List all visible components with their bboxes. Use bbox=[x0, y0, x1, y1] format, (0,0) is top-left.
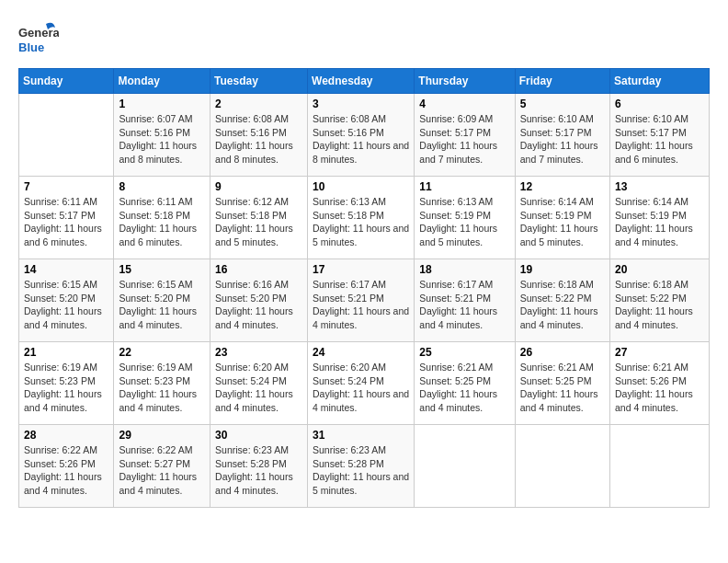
day-number: 17 bbox=[313, 263, 409, 276]
day-number: 25 bbox=[419, 346, 509, 359]
calendar-cell: 21Sunrise: 6:19 AMSunset: 5:23 PMDayligh… bbox=[19, 342, 114, 425]
day-number: 4 bbox=[419, 98, 509, 110]
day-number: 22 bbox=[119, 346, 205, 359]
calendar-cell: 16Sunrise: 6:16 AMSunset: 5:20 PMDayligh… bbox=[210, 259, 308, 342]
weekday-header: Tuesday bbox=[210, 69, 308, 94]
calendar-cell: 30Sunrise: 6:23 AMSunset: 5:28 PMDayligh… bbox=[210, 425, 308, 508]
day-info: Sunrise: 6:13 AMSunset: 5:19 PMDaylight:… bbox=[419, 195, 509, 249]
calendar-cell: 23Sunrise: 6:20 AMSunset: 5:24 PMDayligh… bbox=[210, 342, 308, 425]
day-number: 6 bbox=[615, 98, 704, 110]
calendar-cell: 17Sunrise: 6:17 AMSunset: 5:21 PMDayligh… bbox=[308, 259, 415, 342]
calendar-cell: 20Sunrise: 6:18 AMSunset: 5:22 PMDayligh… bbox=[610, 259, 710, 342]
calendar-cell: 8Sunrise: 6:11 AMSunset: 5:18 PMDaylight… bbox=[114, 177, 210, 259]
day-number: 30 bbox=[215, 429, 302, 442]
day-number: 3 bbox=[313, 98, 409, 110]
day-number: 11 bbox=[419, 180, 509, 193]
calendar-cell: 6Sunrise: 6:10 AMSunset: 5:17 PMDaylight… bbox=[610, 94, 710, 177]
calendar-cell: 29Sunrise: 6:22 AMSunset: 5:27 PMDayligh… bbox=[114, 425, 210, 508]
day-info: Sunrise: 6:09 AMSunset: 5:17 PMDaylight:… bbox=[419, 112, 509, 167]
day-info: Sunrise: 6:17 AMSunset: 5:21 PMDaylight:… bbox=[419, 278, 509, 332]
day-info: Sunrise: 6:16 AMSunset: 5:20 PMDaylight:… bbox=[215, 278, 302, 332]
day-info: Sunrise: 6:13 AMSunset: 5:18 PMDaylight:… bbox=[313, 195, 409, 249]
day-number: 5 bbox=[520, 98, 605, 110]
weekday-header: Friday bbox=[515, 69, 609, 94]
day-info: Sunrise: 6:23 AMSunset: 5:28 PMDaylight:… bbox=[215, 443, 302, 498]
page-header: General Blue bbox=[18, 18, 710, 59]
weekday-header: Monday bbox=[114, 69, 210, 94]
calendar-cell: 5Sunrise: 6:10 AMSunset: 5:17 PMDaylight… bbox=[515, 94, 609, 177]
day-number: 8 bbox=[119, 180, 205, 193]
day-number: 31 bbox=[313, 429, 409, 442]
calendar-cell bbox=[415, 425, 515, 508]
weekday-header: Sunday bbox=[19, 69, 114, 94]
calendar-cell: 26Sunrise: 6:21 AMSunset: 5:25 PMDayligh… bbox=[515, 342, 609, 425]
day-info: Sunrise: 6:20 AMSunset: 5:24 PMDaylight:… bbox=[215, 361, 302, 415]
day-info: Sunrise: 6:22 AMSunset: 5:26 PMDaylight:… bbox=[24, 443, 108, 498]
day-number: 2 bbox=[215, 98, 302, 110]
calendar-cell: 7Sunrise: 6:11 AMSunset: 5:17 PMDaylight… bbox=[19, 177, 114, 259]
calendar-cell: 10Sunrise: 6:13 AMSunset: 5:18 PMDayligh… bbox=[308, 177, 415, 259]
day-info: Sunrise: 6:15 AMSunset: 5:20 PMDaylight:… bbox=[24, 278, 108, 332]
calendar-cell: 25Sunrise: 6:21 AMSunset: 5:25 PMDayligh… bbox=[415, 342, 515, 425]
calendar-cell: 18Sunrise: 6:17 AMSunset: 5:21 PMDayligh… bbox=[415, 259, 515, 342]
calendar-cell: 12Sunrise: 6:14 AMSunset: 5:19 PMDayligh… bbox=[515, 177, 609, 259]
day-number: 7 bbox=[24, 180, 108, 193]
day-number: 26 bbox=[520, 346, 605, 359]
calendar-cell: 3Sunrise: 6:08 AMSunset: 5:16 PMDaylight… bbox=[308, 94, 415, 177]
day-info: Sunrise: 6:23 AMSunset: 5:28 PMDaylight:… bbox=[313, 443, 409, 498]
day-number: 15 bbox=[119, 263, 205, 276]
day-number: 28 bbox=[24, 429, 108, 442]
day-number: 23 bbox=[215, 346, 302, 359]
calendar-header-row: SundayMondayTuesdayWednesdayThursdayFrid… bbox=[19, 69, 710, 94]
day-info: Sunrise: 6:14 AMSunset: 5:19 PMDaylight:… bbox=[520, 195, 605, 249]
day-info: Sunrise: 6:18 AMSunset: 5:22 PMDaylight:… bbox=[615, 278, 704, 332]
day-number: 27 bbox=[615, 346, 704, 359]
day-info: Sunrise: 6:21 AMSunset: 5:26 PMDaylight:… bbox=[615, 361, 704, 415]
calendar-cell: 19Sunrise: 6:18 AMSunset: 5:22 PMDayligh… bbox=[515, 259, 609, 342]
day-info: Sunrise: 6:19 AMSunset: 5:23 PMDaylight:… bbox=[24, 361, 108, 415]
day-number: 16 bbox=[215, 263, 302, 276]
day-number: 20 bbox=[615, 263, 704, 276]
day-info: Sunrise: 6:21 AMSunset: 5:25 PMDaylight:… bbox=[419, 361, 509, 415]
day-number: 10 bbox=[313, 180, 409, 193]
day-info: Sunrise: 6:20 AMSunset: 5:24 PMDaylight:… bbox=[313, 361, 409, 415]
svg-text:Blue: Blue bbox=[18, 40, 44, 54]
day-number: 13 bbox=[615, 180, 704, 193]
calendar-cell: 11Sunrise: 6:13 AMSunset: 5:19 PMDayligh… bbox=[415, 177, 515, 259]
logo: General Blue bbox=[18, 18, 59, 59]
day-info: Sunrise: 6:14 AMSunset: 5:19 PMDaylight:… bbox=[615, 195, 704, 249]
calendar-week-row: 21Sunrise: 6:19 AMSunset: 5:23 PMDayligh… bbox=[19, 342, 710, 425]
weekday-header: Saturday bbox=[610, 69, 710, 94]
day-info: Sunrise: 6:11 AMSunset: 5:17 PMDaylight:… bbox=[24, 195, 108, 249]
day-number: 12 bbox=[520, 180, 605, 193]
calendar-week-row: 28Sunrise: 6:22 AMSunset: 5:26 PMDayligh… bbox=[19, 425, 710, 508]
calendar-cell: 28Sunrise: 6:22 AMSunset: 5:26 PMDayligh… bbox=[19, 425, 114, 508]
calendar-cell: 27Sunrise: 6:21 AMSunset: 5:26 PMDayligh… bbox=[610, 342, 710, 425]
calendar-cell bbox=[610, 425, 710, 508]
day-info: Sunrise: 6:22 AMSunset: 5:27 PMDaylight:… bbox=[119, 443, 205, 498]
day-info: Sunrise: 6:07 AMSunset: 5:16 PMDaylight:… bbox=[119, 112, 205, 167]
day-info: Sunrise: 6:21 AMSunset: 5:25 PMDaylight:… bbox=[520, 361, 605, 415]
day-info: Sunrise: 6:18 AMSunset: 5:22 PMDaylight:… bbox=[520, 278, 605, 332]
day-number: 19 bbox=[520, 263, 605, 276]
calendar-cell: 1Sunrise: 6:07 AMSunset: 5:16 PMDaylight… bbox=[114, 94, 210, 177]
day-number: 1 bbox=[119, 98, 205, 110]
calendar-cell: 24Sunrise: 6:20 AMSunset: 5:24 PMDayligh… bbox=[308, 342, 415, 425]
logo-bird-icon: General Blue bbox=[18, 18, 59, 59]
day-info: Sunrise: 6:10 AMSunset: 5:17 PMDaylight:… bbox=[520, 112, 605, 167]
day-info: Sunrise: 6:17 AMSunset: 5:21 PMDaylight:… bbox=[313, 278, 409, 332]
calendar-table: SundayMondayTuesdayWednesdayThursdayFrid… bbox=[18, 68, 710, 508]
calendar-cell: 22Sunrise: 6:19 AMSunset: 5:23 PMDayligh… bbox=[114, 342, 210, 425]
calendar-cell: 4Sunrise: 6:09 AMSunset: 5:17 PMDaylight… bbox=[415, 94, 515, 177]
calendar-cell: 31Sunrise: 6:23 AMSunset: 5:28 PMDayligh… bbox=[308, 425, 415, 508]
day-info: Sunrise: 6:08 AMSunset: 5:16 PMDaylight:… bbox=[313, 112, 409, 167]
day-number: 21 bbox=[24, 346, 108, 359]
day-number: 18 bbox=[419, 263, 509, 276]
day-number: 29 bbox=[119, 429, 205, 442]
calendar-cell bbox=[19, 94, 114, 177]
day-number: 24 bbox=[313, 346, 409, 359]
day-info: Sunrise: 6:08 AMSunset: 5:16 PMDaylight:… bbox=[215, 112, 302, 167]
calendar-week-row: 14Sunrise: 6:15 AMSunset: 5:20 PMDayligh… bbox=[19, 259, 710, 342]
weekday-header: Wednesday bbox=[308, 69, 415, 94]
calendar-cell bbox=[515, 425, 609, 508]
